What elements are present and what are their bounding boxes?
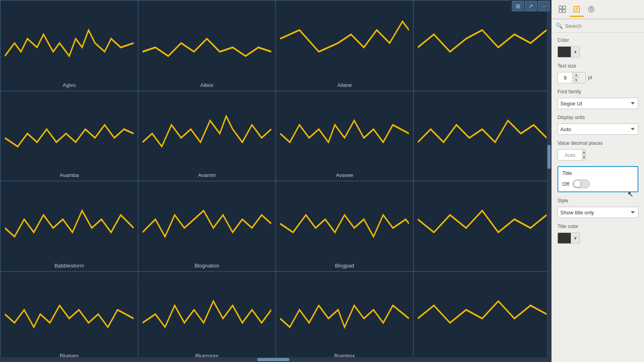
tab-analytics[interactable]: [584, 2, 599, 16]
chart-cell-avamm[interactable]: Avamm: [138, 91, 276, 182]
style-select[interactable]: Show title only Show both Show subtitle …: [557, 207, 638, 218]
value-decimal-down[interactable]: ▼: [582, 155, 586, 160]
tab-format[interactable]: [570, 2, 584, 17]
svg-rect-2: [559, 10, 562, 12]
svg-rect-0: [559, 6, 562, 9]
toggle-container: Off: [562, 179, 634, 188]
horizontal-scrollbar[interactable]: [0, 357, 547, 362]
font-family-select[interactable]: Segoe UI Arial Calibri Times New Roman: [557, 98, 638, 109]
toggle-label: Off: [562, 181, 569, 187]
chart-cell-bluejam[interactable]: Bluejam: [1, 272, 138, 362]
search-container: 🔍: [552, 19, 644, 33]
chart-cell-blognation[interactable]: Blognation: [138, 181, 276, 272]
chart-cell-row3-col3[interactable]: [414, 272, 551, 362]
svg-point-9: [590, 8, 592, 10]
style-label: Style: [557, 198, 638, 204]
toolbar-grid-btn[interactable]: ⊞: [512, 1, 524, 11]
search-icon: 🔍: [556, 23, 563, 29]
title-color-dropdown-icon[interactable]: ▼: [571, 233, 580, 243]
text-size-unit: pt: [588, 75, 592, 80]
text-size-group: ▲ ▼ pt: [557, 72, 638, 83]
chart-cell-ailane[interactable]: Ailane: [276, 1, 414, 91]
chart-label-blogpad: Blogpad: [276, 263, 413, 269]
chart-cell-blogpad[interactable]: Blogpad: [276, 181, 414, 272]
right-panel: 🔍 Color ▼ Text size ▲ ▼: [551, 0, 644, 362]
color-picker-btn[interactable]: ▼: [557, 46, 580, 58]
chart-label-avavee: Avavee: [276, 172, 413, 178]
text-size-up[interactable]: ▲: [573, 72, 580, 78]
chart-label-blognation: Blognation: [138, 263, 275, 269]
title-color-row: Title color ▼: [557, 224, 638, 244]
chart-label-ailane: Ailane: [276, 82, 413, 88]
svg-rect-1: [563, 6, 566, 9]
toggle-thumb: [574, 180, 581, 187]
text-size-row: Text size ▲ ▼ pt: [557, 63, 638, 83]
chart-cell-row0-col3[interactable]: [414, 1, 551, 91]
chart-label-babblestorm: Babblestorm: [1, 263, 138, 269]
chart-cell-babblestorm[interactable]: Babblestorm: [1, 181, 138, 272]
svg-rect-3: [563, 10, 566, 12]
cursor-pointer: ↖: [627, 190, 634, 199]
main-chart-area: ⊞ ↗ ··· Agivu Aibox Ailane: [0, 0, 551, 362]
color-swatch: [558, 47, 571, 57]
text-size-down[interactable]: ▼: [573, 78, 580, 83]
text-size-input-container: ▲ ▼: [557, 72, 586, 83]
color-row: Color ▼: [557, 37, 638, 58]
chart-grid: Agivu Aibox Ailane Avamba: [0, 0, 551, 362]
display-units-select[interactable]: Auto None Thousands Millions Billions Tr…: [557, 123, 638, 135]
scrollbar-track[interactable]: [547, 1, 551, 361]
title-color-picker-btn[interactable]: ▼: [557, 232, 580, 244]
panel-content: Color ▼ Text size ▲ ▼ pt Fon: [552, 33, 644, 249]
panel-tab-bar: [552, 0, 644, 19]
title-color-label: Title color: [557, 224, 638, 229]
style-row: Style Show title only Show both Show sub…: [557, 198, 638, 218]
toolbar-expand-btn[interactable]: ↗: [525, 1, 537, 11]
chart-cell-avamba[interactable]: Avamba: [1, 91, 138, 182]
font-family-row: Font family Segoe UI Arial Calibri Times…: [557, 89, 638, 109]
display-units-row: Display units Auto None Thousands Millio…: [557, 115, 638, 135]
chart-cell-row1-col3[interactable]: [414, 91, 551, 182]
chart-cell-row2-col3[interactable]: [414, 181, 551, 272]
text-size-input[interactable]: [558, 72, 572, 83]
value-decimal-spinners: ▲ ▼: [582, 150, 586, 160]
value-decimal-row: Value decimal places ▲ ▼: [557, 140, 638, 160]
title-color-swatch: [558, 233, 571, 243]
search-input[interactable]: [565, 23, 640, 29]
chart-toolbar: ⊞ ↗ ···: [510, 0, 551, 12]
title-toggle[interactable]: [572, 179, 590, 188]
text-size-spinners: ▲ ▼: [572, 72, 580, 83]
text-size-label: Text size: [557, 63, 638, 69]
value-decimal-up[interactable]: ▲: [582, 150, 586, 155]
title-card-label: Title: [562, 170, 634, 176]
scrollbar-thumb[interactable]: [547, 145, 551, 169]
color-dropdown-icon[interactable]: ▼: [571, 47, 580, 57]
scrollbar-h-thumb[interactable]: [257, 358, 289, 361]
value-decimal-input-container: ▲ ▼: [557, 149, 586, 160]
value-decimal-input[interactable]: [558, 150, 582, 160]
chart-cell-brainbox[interactable]: Brainbox: [276, 272, 414, 362]
chart-label-aibox: Aibox: [138, 82, 275, 88]
chart-label-agivu: Agivu: [1, 82, 138, 88]
vertical-scrollbar[interactable]: [547, 0, 551, 362]
chart-label-avamba: Avamba: [1, 172, 138, 178]
title-card: Title Off ↖: [557, 166, 638, 192]
toggle-track: [572, 179, 590, 188]
chart-cell-avavee[interactable]: Avavee: [276, 91, 414, 182]
value-decimal-label: Value decimal places: [557, 140, 638, 146]
chart-cell-bluezoom[interactable]: Bluezoom: [138, 272, 276, 362]
tab-fields[interactable]: [555, 2, 570, 16]
font-family-label: Font family: [557, 89, 638, 95]
display-units-label: Display units: [557, 115, 638, 120]
toolbar-more-btn[interactable]: ···: [538, 1, 550, 11]
chart-label-avamm: Avamm: [138, 172, 275, 178]
chart-cell-agivu[interactable]: Agivu: [1, 1, 138, 91]
chart-cell-aibox[interactable]: Aibox: [138, 1, 276, 91]
color-label: Color: [557, 37, 638, 43]
